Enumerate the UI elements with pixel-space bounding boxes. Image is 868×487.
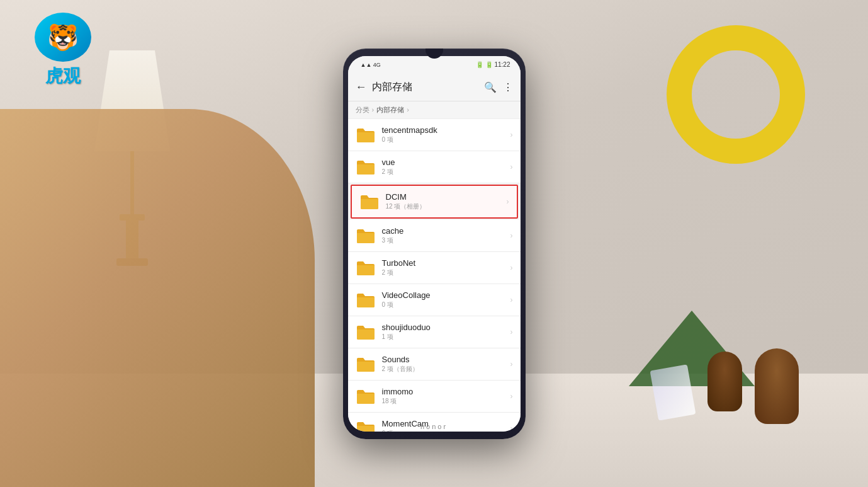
file-meta: 2 项 <box>382 268 510 277</box>
breadcrumb-arrow: › <box>407 106 409 113</box>
file-chevron-icon: › <box>510 360 513 369</box>
phone-device: ▲▲ 4G 🔋 🔋 11:22 ← 内部存储 🔍 ⋮ <box>343 49 526 439</box>
file-chevron-icon: › <box>510 163 513 171</box>
folder-icon <box>356 387 376 405</box>
status-left: ▲▲ 4G <box>361 62 381 68</box>
file-chevron-icon: › <box>510 328 513 336</box>
file-chevron-icon: › <box>510 392 513 401</box>
file-name: DCIM <box>386 192 507 202</box>
folder-icon <box>359 193 380 210</box>
folder-icon <box>356 323 376 341</box>
phone-screen: ▲▲ 4G 🔋 🔋 11:22 ← 内部存储 🔍 ⋮ <box>348 56 521 432</box>
file-list-item[interactable]: shoujiduoduo 1 项 › <box>348 316 521 348</box>
file-info: shoujiduoduo 1 项 <box>382 323 510 341</box>
file-chevron-icon: › <box>510 130 513 139</box>
screen-content: ← 内部存储 🔍 ⋮ 分类 › 内部存储 › <box>348 74 521 432</box>
file-info: vue 2 项 <box>382 158 510 176</box>
breadcrumb-category[interactable]: 分类 <box>356 105 369 115</box>
file-chevron-icon: › <box>507 197 509 206</box>
file-info: VideoCollage 0 项 <box>382 290 510 309</box>
file-info: tencentmapsdk 0 项 <box>382 125 510 144</box>
file-name: cache <box>382 226 510 236</box>
file-list-item[interactable]: VideoCollage 0 项 › <box>348 284 521 316</box>
breadcrumb-current[interactable]: 内部存储 <box>376 105 404 115</box>
file-chevron-icon: › <box>510 231 513 240</box>
status-right: 🔋 🔋 11:22 <box>476 61 510 68</box>
file-meta: 2 项（音频） <box>382 365 510 374</box>
battery-icon: 🔋 <box>476 61 483 68</box>
file-name: vue <box>382 158 510 167</box>
back-button[interactable]: ← <box>356 81 367 94</box>
folder-icon <box>356 291 376 309</box>
file-info: TurboNet 2 项 <box>382 258 510 277</box>
folder-icon <box>356 355 376 373</box>
folder-icon <box>356 126 376 144</box>
file-meta: 1 项 <box>382 333 510 341</box>
header-actions: 🔍 ⋮ <box>484 81 513 93</box>
file-name: immomo <box>382 387 510 396</box>
file-list-item[interactable]: TurboNet 2 项 › <box>348 252 521 284</box>
file-info: DCIM 12 项（相册） <box>386 192 507 211</box>
file-meta: 2 项 <box>382 168 510 176</box>
file-list-item[interactable]: immomo 18 项 › <box>348 381 521 413</box>
file-chevron-icon: › <box>510 295 513 304</box>
file-meta: 0 项 <box>382 135 510 144</box>
breadcrumb: 分类 › 内部存储 › <box>348 101 521 119</box>
page-title: 内部存储 <box>372 81 484 94</box>
file-meta: 0 项 <box>382 301 510 309</box>
file-name: TurboNet <box>382 258 510 268</box>
file-name: Sounds <box>382 355 510 364</box>
folder-icon <box>356 259 376 277</box>
pine-cone-large <box>755 348 799 424</box>
file-meta: 12 项（相册） <box>386 202 507 211</box>
file-meta: 3 项 <box>382 236 510 245</box>
file-chevron-icon: › <box>510 263 513 272</box>
yellow-ring-decoration <box>667 25 805 164</box>
file-name: VideoCollage <box>382 290 510 300</box>
status-bar: ▲▲ 4G 🔋 🔋 11:22 <box>348 56 521 74</box>
folder-icon <box>356 227 376 244</box>
time-display: 🔋 11:22 <box>485 61 510 68</box>
pine-cone-small <box>707 352 742 411</box>
breadcrumb-separator: › <box>372 106 375 113</box>
hand-background <box>0 109 315 487</box>
file-meta: 18 项 <box>382 397 510 406</box>
file-manager-header: ← 内部存储 🔍 ⋮ <box>348 74 521 101</box>
phone-body: ▲▲ 4G 🔋 🔋 11:22 ← 内部存储 🔍 ⋮ <box>343 49 526 439</box>
file-list: tencentmapsdk 0 项 › vue 2 项 › DCIM 12 项（… <box>348 119 521 432</box>
phone-brand: honor <box>343 423 526 430</box>
file-list-item[interactable]: cache 3 项 › <box>348 220 521 252</box>
file-info: cache 3 项 <box>382 226 510 245</box>
file-name: shoujiduoduo <box>382 323 510 332</box>
more-menu-button[interactable]: ⋮ <box>503 81 513 93</box>
search-button[interactable]: 🔍 <box>484 81 497 93</box>
file-list-item[interactable]: DCIM 12 项（相册） › <box>351 185 518 219</box>
file-info: immomo 18 项 <box>382 387 510 406</box>
pine-decoration <box>629 266 818 424</box>
folder-icon <box>356 158 376 176</box>
logo-tiger-icon: 🐯 <box>47 23 79 52</box>
file-info: Sounds 2 项（音频） <box>382 355 510 374</box>
file-list-item[interactable]: tencentmapsdk 0 项 › <box>348 119 521 151</box>
file-list-item[interactable]: Sounds 2 项（音频） › <box>348 348 521 381</box>
file-name: tencentmapsdk <box>382 125 510 135</box>
signal-icon: ▲▲ 4G <box>361 62 381 68</box>
file-list-item[interactable]: vue 2 项 › <box>348 151 521 183</box>
